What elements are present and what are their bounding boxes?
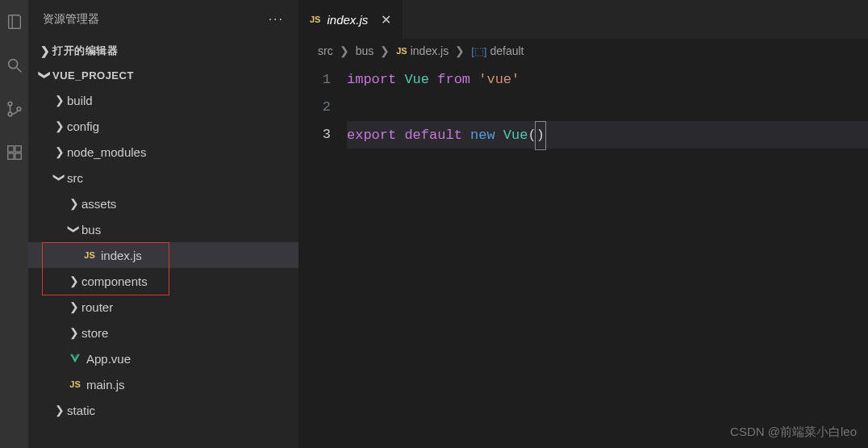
tab-index-js[interactable]: JS index.js ✕ xyxy=(298,0,403,39)
svg-rect-5 xyxy=(7,146,13,152)
chevron-right-icon: ❯ xyxy=(67,197,81,210)
breadcrumb-file[interactable]: JS index.js xyxy=(396,44,449,57)
js-file-icon: JS xyxy=(67,379,83,389)
chevron-right-icon: ❯ xyxy=(340,44,349,57)
chevron-right-icon: ❯ xyxy=(52,94,67,107)
folder-config[interactable]: ❯ config xyxy=(28,113,298,139)
svg-point-3 xyxy=(8,112,12,116)
chevron-right-icon: ❯ xyxy=(455,44,465,57)
svg-point-4 xyxy=(17,107,21,111)
chevron-down-icon: ❯ xyxy=(68,222,81,237)
chevron-right-icon: ❯ xyxy=(67,326,81,339)
project-section[interactable]: ❯ VUE_PROJECT xyxy=(28,63,298,87)
chevron-right-icon: ❯ xyxy=(52,145,67,158)
breadcrumb-src[interactable]: src xyxy=(318,44,333,57)
chevron-right-icon: ❯ xyxy=(38,44,52,57)
folder-components[interactable]: ❯ components xyxy=(28,268,298,294)
files-icon[interactable] xyxy=(5,12,24,31)
file-tree: ❯ 打开的编辑器 ❯ VUE_PROJECT ❯ build ❯ config … xyxy=(28,39,298,448)
vue-file-icon xyxy=(67,353,83,364)
code-content[interactable]: import Vue from 'vue' export default new… xyxy=(347,66,868,149)
extensions-icon[interactable] xyxy=(5,143,24,162)
sidebar-header: 资源管理器 ··· xyxy=(28,0,298,39)
breadcrumb-symbol[interactable]: [⬚] default xyxy=(471,44,524,57)
editor-tabs: JS index.js ✕ xyxy=(298,0,868,39)
js-file-icon: JS xyxy=(310,15,320,24)
folder-static[interactable]: ❯ static xyxy=(28,397,298,423)
file-app-vue[interactable]: App.vue xyxy=(28,345,298,371)
open-editors-section[interactable]: ❯ 打开的编辑器 xyxy=(28,39,298,63)
chevron-right-icon: ❯ xyxy=(52,119,67,132)
file-main-js[interactable]: JS main.js xyxy=(28,371,298,397)
folder-src[interactable]: ❯ src xyxy=(28,165,298,191)
file-index-js[interactable]: JS index.js xyxy=(28,242,298,268)
svg-rect-7 xyxy=(15,153,20,159)
symbol-icon: [⬚] xyxy=(471,45,486,57)
line-numbers: 1 2 3 xyxy=(298,66,347,149)
folder-assets[interactable]: ❯ assets xyxy=(28,191,298,216)
breadcrumbs[interactable]: src ❯ bus ❯ JS index.js ❯ [⬚] default xyxy=(298,39,868,63)
chevron-down-icon: ❯ xyxy=(53,170,66,185)
code-editor[interactable]: 1 2 3 import Vue from 'vue' export defau… xyxy=(298,63,868,149)
chevron-down-icon: ❯ xyxy=(39,68,52,82)
svg-point-0 xyxy=(8,60,17,69)
js-file-icon: JS xyxy=(396,46,407,56)
code-line-2[interactable] xyxy=(347,94,868,121)
code-line-1[interactable]: import Vue from 'vue' xyxy=(347,66,868,94)
svg-rect-6 xyxy=(7,153,13,159)
folder-node-modules[interactable]: ❯ node_modules xyxy=(28,139,298,165)
activity-bar xyxy=(0,0,28,448)
breadcrumb-bus[interactable]: bus xyxy=(356,44,374,57)
close-icon[interactable]: ✕ xyxy=(381,12,391,27)
sidebar-title: 资源管理器 xyxy=(43,12,99,27)
folder-store[interactable]: ❯ store xyxy=(28,320,298,345)
editor-area: JS index.js ✕ src ❯ bus ❯ JS index.js ❯ … xyxy=(298,0,868,448)
js-file-icon: JS xyxy=(81,250,98,260)
more-actions-icon[interactable]: ··· xyxy=(269,12,284,27)
svg-point-2 xyxy=(8,102,12,106)
sidebar: 资源管理器 ··· ❯ 打开的编辑器 ❯ VUE_PROJECT ❯ build… xyxy=(28,0,298,448)
chevron-right-icon: ❯ xyxy=(67,300,81,313)
tab-label: index.js xyxy=(327,13,368,27)
folder-router[interactable]: ❯ router xyxy=(28,294,298,320)
chevron-right-icon: ❯ xyxy=(52,404,67,417)
svg-line-1 xyxy=(16,68,21,73)
folder-build[interactable]: ❯ build xyxy=(28,87,298,113)
code-line-3[interactable]: export default new Vue() xyxy=(347,121,868,149)
chevron-right-icon: ❯ xyxy=(380,44,390,57)
folder-bus[interactable]: ❯ bus xyxy=(28,216,298,242)
chevron-right-icon: ❯ xyxy=(67,274,81,287)
search-icon[interactable] xyxy=(5,56,24,75)
watermark: CSDN @前端菜小白leo xyxy=(730,425,857,440)
svg-rect-8 xyxy=(15,146,20,152)
source-control-icon[interactable] xyxy=(5,99,24,119)
